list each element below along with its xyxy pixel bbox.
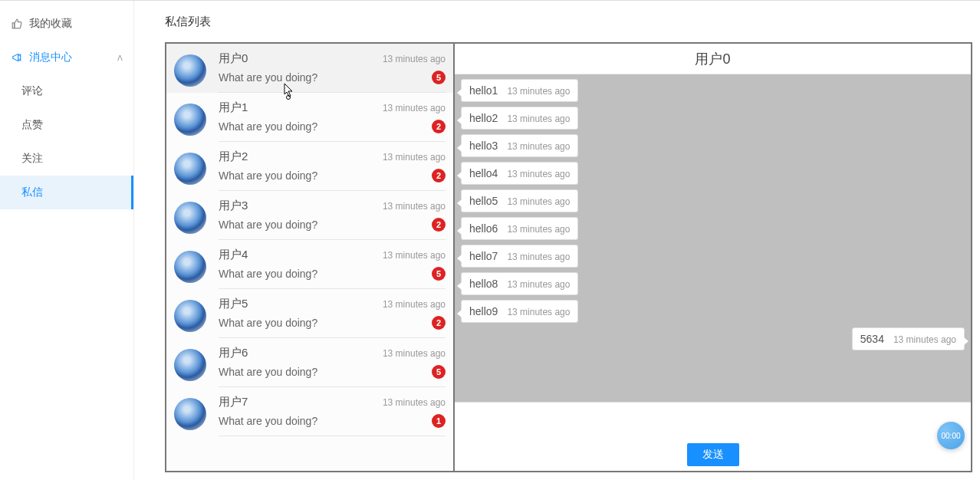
avatar: [174, 300, 206, 332]
message-row: hello5 13 minutes ago: [461, 189, 965, 212]
message-text: hello6: [469, 222, 498, 235]
message-text: hello2: [469, 112, 498, 124]
sidebar-item-favorites[interactable]: 我的收藏: [0, 7, 133, 41]
conversation-time: 13 minutes ago: [383, 397, 446, 408]
sidebar-item-dm[interactable]: 私信: [0, 176, 133, 209]
sidebar-item-message-center[interactable]: 消息中心 ᐱ: [0, 41, 133, 74]
sidebar-label: 消息中心: [29, 51, 72, 64]
page-title-text: 私信列表: [165, 15, 211, 29]
conversation-preview: What are you doing?: [219, 415, 317, 427]
message-row: hello8 13 minutes ago: [461, 272, 965, 295]
message-row: hello9 13 minutes ago: [461, 300, 965, 323]
conversation-preview: What are you doing?: [219, 169, 317, 182]
sidebar: 我的收藏 消息中心 ᐱ 评论 点赞 关注 私信: [0, 1, 134, 480]
conversation-preview: What are you doing?: [219, 317, 317, 329]
message-bubble: hello2 13 minutes ago: [461, 107, 578, 130]
message-text: hello5: [469, 195, 498, 207]
conversation-item[interactable]: 用户0 13 minutes ago What are you doing? 5: [166, 44, 453, 93]
chat-panel: 用户0 hello1 13 minutes ago hello2 13 minu…: [455, 44, 971, 471]
message-text: hello4: [469, 167, 498, 179]
conversation-item[interactable]: 用户3 13 minutes ago What are you doing? 2: [166, 191, 453, 240]
conversation-item[interactable]: 用户7 13 minutes ago What are you doing? 1: [166, 387, 453, 436]
avatar: [174, 104, 206, 136]
conversation-time: 13 minutes ago: [383, 348, 446, 359]
avatar: [174, 202, 206, 234]
message-time: 13 minutes ago: [507, 169, 570, 179]
main-content: 私信列表 用户0 13 minutes ago What are you doi…: [134, 1, 980, 480]
message-bubble: hello9 13 minutes ago: [461, 300, 578, 323]
conversation-name: 用户1: [219, 100, 248, 115]
conversation-item[interactable]: 用户6 13 minutes ago What are you doing? 5: [166, 338, 453, 387]
message-time: 13 minutes ago: [893, 334, 956, 345]
unread-badge: 2: [432, 218, 446, 232]
message-row: hello7 13 minutes ago: [461, 245, 965, 268]
avatar: [174, 251, 206, 283]
avatar: [174, 349, 206, 381]
message-row: 5634 13 minutes ago: [461, 327, 965, 350]
floating-timer-badge[interactable]: 00:00: [937, 422, 965, 449]
conversation-item[interactable]: 用户5 13 minutes ago What are you doing? 2: [166, 289, 453, 338]
sidebar-item-likes[interactable]: 点赞: [0, 108, 133, 142]
conversation-time: 13 minutes ago: [383, 250, 446, 261]
message-row: hello4 13 minutes ago: [461, 162, 965, 185]
message-row: hello3 13 minutes ago: [461, 134, 965, 157]
conversation-item[interactable]: 用户1 13 minutes ago What are you doing? 2: [166, 93, 453, 142]
conversation-name: 用户3: [219, 199, 248, 213]
conversation-scroll[interactable]: 用户0 13 minutes ago What are you doing? 5…: [166, 44, 453, 471]
message-bubble: 5634 13 minutes ago: [852, 327, 965, 350]
sidebar-item-comments[interactable]: 评论: [0, 74, 133, 108]
avatar: [174, 54, 206, 87]
message-row: hello2 13 minutes ago: [461, 107, 965, 130]
conversation-preview: What are you doing?: [219, 366, 317, 378]
conversation-time: 13 minutes ago: [383, 201, 446, 212]
message-time: 13 minutes ago: [507, 113, 570, 124]
unread-badge: 2: [432, 316, 446, 330]
chat-compose-area[interactable]: 发送: [455, 402, 971, 471]
message-text: hello3: [469, 140, 498, 152]
chevron-up-icon: ᐱ: [117, 54, 123, 62]
message-time: 13 minutes ago: [507, 224, 570, 235]
unread-badge: 1: [432, 414, 446, 428]
chat-title: 用户0: [695, 50, 730, 68]
conversation-preview: What are you doing?: [219, 219, 317, 231]
unread-badge: 5: [432, 267, 446, 281]
message-bubble: hello6 13 minutes ago: [461, 217, 578, 240]
unread-badge: 5: [432, 365, 446, 379]
avatar: [174, 153, 206, 185]
unread-badge: 2: [432, 120, 446, 133]
conversation-preview: What are you doing?: [219, 71, 317, 84]
sidebar-item-follows[interactable]: 关注: [0, 142, 133, 176]
conversation-time: 13 minutes ago: [383, 54, 446, 64]
message-text: hello7: [469, 250, 498, 262]
conversation-item[interactable]: 用户4 13 minutes ago What are you doing? 5: [166, 240, 453, 289]
conversation-time: 13 minutes ago: [383, 152, 446, 163]
message-bubble: hello3 13 minutes ago: [461, 134, 578, 157]
conversation-preview: What are you doing?: [219, 268, 317, 280]
sidebar-sub-label: 私信: [21, 186, 43, 199]
send-button[interactable]: 发送: [687, 443, 739, 466]
message-text: hello8: [469, 278, 498, 290]
conversation-name: 用户0: [219, 51, 248, 66]
announce-icon: [11, 51, 23, 64]
conversation-time: 13 minutes ago: [383, 103, 446, 113]
unread-badge: 2: [432, 169, 446, 182]
conversation-name: 用户2: [219, 150, 248, 164]
chat-header: 用户0: [455, 44, 971, 74]
message-text: hello9: [469, 305, 498, 317]
sidebar-label: 我的收藏: [29, 17, 72, 31]
unread-badge: 5: [432, 71, 446, 84]
conversation-list-panel: 用户0 13 minutes ago What are you doing? 5…: [166, 44, 455, 471]
page-title: 私信列表: [165, 1, 972, 42]
message-time: 13 minutes ago: [507, 196, 570, 207]
message-time: 13 minutes ago: [507, 86, 570, 97]
message-text: hello1: [469, 84, 498, 97]
conversation-item[interactable]: 用户2 13 minutes ago What are you doing? 2: [166, 142, 453, 191]
message-time: 13 minutes ago: [507, 252, 570, 262]
chat-messages-scroll[interactable]: hello1 13 minutes ago hello2 13 minutes …: [455, 74, 971, 402]
sidebar-submenu: 评论 点赞 关注 私信: [0, 74, 133, 209]
sidebar-sub-label: 点赞: [21, 118, 43, 132]
conversation-time: 13 minutes ago: [383, 299, 446, 310]
thumbs-up-icon: [11, 18, 23, 30]
avatar: [174, 398, 206, 430]
message-row: hello6 13 minutes ago: [461, 217, 965, 240]
